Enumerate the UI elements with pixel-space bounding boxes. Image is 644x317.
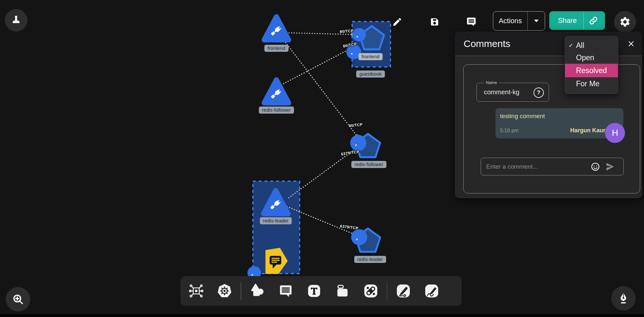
save-button[interactable] bbox=[427, 14, 442, 29]
edge-label: 80/TCP bbox=[340, 29, 354, 34]
comment-timestamp: 5:16 pm bbox=[500, 128, 519, 134]
send-icon bbox=[605, 163, 615, 171]
filter-option-label: For Me bbox=[576, 79, 600, 88]
topology-logo-icon bbox=[11, 15, 22, 26]
shapes-tool-button[interactable] bbox=[249, 283, 265, 299]
filter-option-label: Open bbox=[576, 53, 594, 62]
comment-composer[interactable]: Enter a comment... bbox=[481, 158, 624, 175]
close-icon bbox=[628, 40, 634, 48]
node-service-redis-follower[interactable] bbox=[264, 80, 289, 103]
pencil-tool-icon bbox=[424, 284, 439, 298]
bottom-toolbar bbox=[180, 276, 462, 306]
comment-item: testing comment 5:16 pm Hargun Kaur bbox=[495, 108, 623, 138]
comment-name-input[interactable]: comment-kg bbox=[484, 83, 519, 101]
send-button[interactable] bbox=[605, 162, 615, 171]
circuit-icon bbox=[189, 284, 204, 298]
app-window: frontend redis-follower redis-leader fro… bbox=[0, 0, 644, 317]
zoom-in-icon bbox=[12, 293, 24, 305]
pen-nib-icon bbox=[617, 292, 630, 304]
comment-input[interactable]: Enter a comment... bbox=[486, 158, 538, 175]
zoom-in-button[interactable] bbox=[6, 287, 30, 312]
emoji-icon bbox=[591, 162, 600, 172]
filter-option-open[interactable]: Open bbox=[565, 51, 618, 64]
link-icon[interactable] bbox=[584, 16, 603, 25]
comment-tool-button[interactable] bbox=[278, 283, 294, 299]
caret-down-icon[interactable] bbox=[528, 19, 545, 23]
comment-author: Hargun Kaur bbox=[570, 127, 605, 134]
help-icon[interactable]: ? bbox=[533, 88, 544, 98]
filter-option-label: All bbox=[576, 41, 584, 50]
settings-button[interactable] bbox=[614, 11, 636, 33]
actions-button[interactable]: Actions bbox=[493, 11, 545, 31]
connector-icon bbox=[363, 284, 378, 298]
node-label: redis-follower bbox=[259, 107, 294, 114]
comment-name-field[interactable]: Name comment-kg ? bbox=[476, 83, 549, 102]
node-label: redis-leader bbox=[354, 256, 386, 263]
node-label: frontend bbox=[264, 45, 289, 52]
save-icon bbox=[430, 17, 439, 27]
frame-icon bbox=[335, 284, 350, 298]
avatar: H bbox=[605, 123, 625, 143]
edge-frontend-redis-follower bbox=[284, 41, 357, 135]
node-deployment-redis-leader[interactable] bbox=[351, 228, 380, 252]
connector-tool-button[interactable] bbox=[363, 283, 379, 299]
comment-icon bbox=[466, 17, 476, 27]
window-edge bbox=[0, 314, 644, 317]
node-label: redis-leader bbox=[260, 217, 292, 224]
share-label: Share bbox=[551, 16, 583, 25]
pen-mode-button[interactable] bbox=[611, 286, 636, 311]
frame-tool-button[interactable] bbox=[334, 283, 351, 299]
filter-option-for-me[interactable]: For Me bbox=[565, 77, 618, 90]
check-icon: ✓ bbox=[569, 42, 573, 49]
toolbar-divider bbox=[241, 282, 241, 300]
node-label: frontend bbox=[359, 53, 383, 60]
shapes-icon bbox=[250, 284, 265, 298]
pencil-tool-button[interactable] bbox=[424, 283, 440, 299]
close-button[interactable] bbox=[626, 39, 636, 49]
group-label: guestbook bbox=[356, 70, 385, 78]
gear-icon bbox=[619, 16, 631, 28]
comments-toggle-button[interactable] bbox=[464, 14, 479, 29]
node-service-frontend[interactable] bbox=[264, 17, 289, 40]
comment-tool-icon bbox=[278, 284, 293, 298]
actions-label: Actions bbox=[493, 17, 527, 25]
filter-option-all[interactable]: ✓ All bbox=[565, 39, 618, 51]
pen-tool-icon bbox=[396, 284, 411, 298]
pen-tool-button[interactable] bbox=[395, 283, 411, 299]
kubernetes-tool-button[interactable] bbox=[216, 283, 233, 299]
circuit-tool-button[interactable] bbox=[188, 283, 204, 299]
comment-text: testing comment bbox=[500, 113, 545, 120]
edit-button[interactable] bbox=[390, 14, 405, 29]
comments-panel-title: Comments bbox=[464, 38, 510, 49]
filter-option-resolved[interactable]: Resolved bbox=[565, 64, 618, 77]
topology-logo-button[interactable] bbox=[5, 9, 27, 32]
edge-redis-follower-guestbook bbox=[284, 50, 348, 84]
node-label: redis-follower bbox=[351, 161, 386, 168]
filter-option-label: Resolved bbox=[576, 66, 607, 75]
emoji-button[interactable] bbox=[591, 162, 600, 172]
comments-filter-menu: ✓ All Open Resolved For Me bbox=[565, 36, 618, 94]
toolbar-divider bbox=[387, 282, 388, 300]
pencil-icon bbox=[392, 17, 402, 27]
text-tool-button[interactable] bbox=[306, 283, 322, 299]
kubernetes-icon bbox=[217, 284, 232, 298]
share-button[interactable]: Share bbox=[549, 11, 605, 30]
text-tool-icon bbox=[307, 284, 322, 298]
